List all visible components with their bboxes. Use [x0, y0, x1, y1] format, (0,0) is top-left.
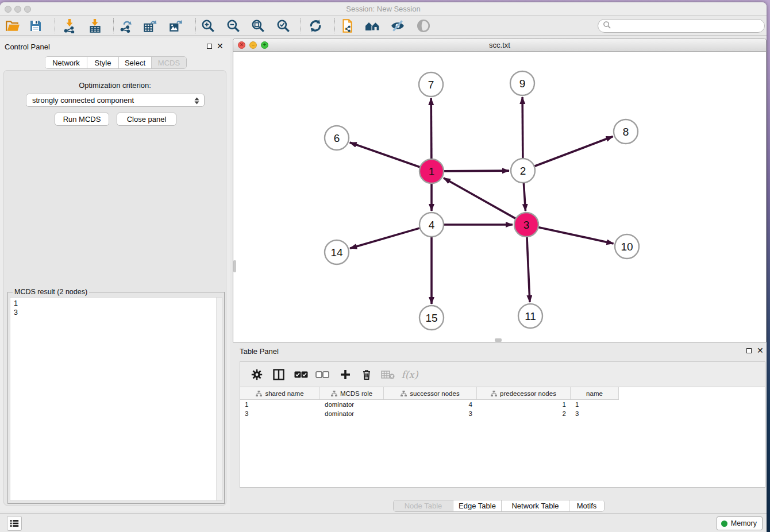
- zoom-fit-icon[interactable]: [250, 18, 266, 34]
- apply-layout-icon[interactable]: [307, 18, 324, 34]
- task-history-button[interactable]: [7, 516, 22, 531]
- graph-node-2[interactable]: 2: [511, 159, 535, 183]
- table-panel: Table Panel ✕: [233, 342, 767, 511]
- zoom-selected-icon[interactable]: [275, 18, 291, 34]
- export-network-icon[interactable]: [118, 18, 134, 34]
- tab-network-table[interactable]: Network Table: [502, 500, 569, 511]
- main-titlebar: Session: New Session: [0, 2, 767, 16]
- network-window-titlebar[interactable]: ✕ – + scc.txt: [233, 38, 766, 52]
- add-column-icon[interactable]: [337, 367, 354, 383]
- network-window-title: scc.txt: [233, 41, 766, 49]
- mcds-result-group: MCDS result (2 nodes) 1 3: [7, 288, 225, 504]
- canvas-vscroll-handle[interactable]: [233, 260, 236, 272]
- clone-network-icon[interactable]: [340, 18, 356, 34]
- memory-status-dot: [721, 521, 727, 527]
- table-cell: 3: [384, 409, 477, 418]
- column-header-successor-nodes[interactable]: successor nodes: [384, 387, 477, 399]
- svg-text:2: 2: [520, 165, 526, 177]
- graph-node-4[interactable]: 4: [419, 213, 444, 237]
- graph-node-14[interactable]: 14: [325, 240, 349, 264]
- graph-edge-1-7[interactable]: [431, 98, 432, 159]
- tab-motifs[interactable]: Motifs: [569, 500, 604, 511]
- tree-icon: [491, 391, 497, 396]
- run-mcds-button[interactable]: Run MCDS: [55, 113, 109, 126]
- select-all-columns-icon[interactable]: [292, 367, 310, 383]
- close-panel-button[interactable]: Close panel: [117, 113, 176, 126]
- settings-gear-icon[interactable]: [248, 367, 265, 383]
- graph-edge-2-9[interactable]: [522, 97, 523, 159]
- open-session-icon[interactable]: [5, 18, 21, 34]
- toolbar-separator: [195, 18, 196, 33]
- tab-style[interactable]: Style: [87, 57, 119, 68]
- graph-edge-3-11[interactable]: [527, 237, 530, 302]
- hide-selected-icon[interactable]: [390, 18, 406, 34]
- export-table-icon[interactable]: [142, 18, 158, 34]
- search-icon: [603, 21, 611, 31]
- table-panel-title: Table Panel: [240, 347, 279, 356]
- graph-edge-3-10[interactable]: [538, 227, 614, 243]
- window-title: Session: New Session: [0, 5, 767, 13]
- import-table-icon[interactable]: [87, 18, 103, 34]
- search-input[interactable]: [598, 19, 765, 33]
- graph-node-3[interactable]: 3: [514, 213, 538, 237]
- table-row[interactable]: 3dominator323: [240, 409, 765, 418]
- canvas-hscroll-handle[interactable]: [495, 338, 502, 342]
- table-cell: dominator: [320, 400, 384, 409]
- zoom-out-icon[interactable]: [225, 18, 241, 34]
- export-image-icon[interactable]: [167, 18, 183, 34]
- graph-edge-2-8[interactable]: [534, 137, 613, 167]
- show-columns-icon[interactable]: [270, 367, 287, 383]
- mcds-panel: Optimization criterion: strongly connect…: [3, 70, 226, 506]
- zoom-in-icon[interactable]: [200, 18, 216, 34]
- tab-network[interactable]: Network: [45, 57, 87, 68]
- toolbar-separator: [301, 18, 301, 33]
- home-icon[interactable]: [364, 18, 380, 34]
- float-panel-icon[interactable]: [207, 44, 212, 49]
- graph-node-7[interactable]: 7: [419, 72, 443, 97]
- graph-node-15[interactable]: 15: [419, 306, 444, 330]
- save-session-icon[interactable]: [28, 18, 44, 34]
- column-header-shared-name[interactable]: shared name: [240, 387, 320, 399]
- delete-columns-icon[interactable]: [358, 367, 375, 383]
- control-panel: Control Panel ✕ Network Style Select MCD…: [0, 38, 230, 511]
- graph-edge-1-2[interactable]: [444, 171, 509, 171]
- svg-text:1: 1: [429, 165, 435, 178]
- graph-edge-2-3[interactable]: [523, 183, 525, 211]
- graph-edge-4-14[interactable]: [350, 228, 420, 248]
- tab-select[interactable]: Select: [119, 57, 152, 68]
- graph-node-10[interactable]: 10: [615, 234, 639, 259]
- graph-edge-1-6[interactable]: [350, 142, 421, 167]
- memory-button[interactable]: Memory: [717, 516, 763, 530]
- column-header-name[interactable]: name: [571, 387, 619, 399]
- table-row[interactable]: 1dominator411: [240, 400, 765, 409]
- graph-edge-3-1[interactable]: [444, 178, 516, 219]
- status-bar: Memory: [0, 513, 767, 532]
- close-table-panel-icon[interactable]: ✕: [757, 346, 764, 355]
- mcds-result-textarea[interactable]: 1 3: [10, 297, 222, 501]
- column-header-predecessor-nodes[interactable]: predecessor nodes: [477, 387, 571, 399]
- graph-node-9[interactable]: 9: [510, 71, 534, 95]
- tab-node-table[interactable]: Node Table: [394, 500, 453, 511]
- svg-text:8: 8: [623, 126, 629, 138]
- graph-node-8[interactable]: 8: [614, 119, 638, 144]
- float-table-panel-icon[interactable]: [746, 348, 752, 353]
- result-scrollbar[interactable]: [216, 298, 222, 500]
- graph-node-11[interactable]: 11: [518, 304, 542, 328]
- table-toolbar: f(x): [240, 361, 765, 387]
- close-panel-icon[interactable]: ✕: [217, 41, 224, 51]
- select-stepper-icon: [192, 95, 201, 106]
- network-canvas[interactable]: 7968124314101511: [233, 52, 766, 342]
- import-network-icon[interactable]: [61, 18, 78, 34]
- svg-text:7: 7: [428, 79, 434, 91]
- tab-edge-table[interactable]: Edge Table: [453, 500, 502, 511]
- node-table-header: shared name MCDS role successor nodes pr…: [240, 387, 619, 400]
- optimization-criterion-select[interactable]: strongly connected component: [26, 94, 205, 107]
- graph-node-6[interactable]: 6: [325, 126, 349, 150]
- svg-text:6: 6: [334, 132, 340, 144]
- function-builder-icon: f(x): [401, 367, 418, 383]
- optimization-criterion-value: strongly connected component: [32, 96, 134, 105]
- tab-mcds[interactable]: MCDS: [152, 57, 186, 68]
- column-header-mcds-role[interactable]: MCDS role: [320, 387, 384, 399]
- graph-node-1[interactable]: 1: [419, 159, 444, 183]
- unselect-all-columns-icon[interactable]: [314, 367, 331, 383]
